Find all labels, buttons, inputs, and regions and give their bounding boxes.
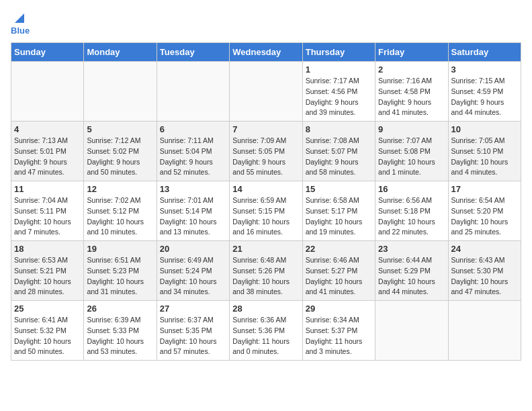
day-detail: Sunrise: 6:49 AMSunset: 5:24 PMDaylight:… <box>160 255 226 298</box>
day-number: 28 <box>232 304 299 314</box>
day-number: 15 <box>306 184 372 194</box>
day-detail: Sunrise: 6:53 AMSunset: 5:21 PMDaylight:… <box>14 255 81 298</box>
day-number: 3 <box>451 64 518 75</box>
day-number: 19 <box>87 244 153 254</box>
day-header-wednesday: Wednesday <box>230 43 302 62</box>
day-number: 7 <box>232 124 299 134</box>
calendar-cell: 25Sunrise: 6:41 AMSunset: 5:32 PMDayligh… <box>11 301 84 361</box>
calendar-cell: 1Sunrise: 7:17 AMSunset: 4:56 PMDaylight… <box>302 62 375 122</box>
day-detail: Sunrise: 6:41 AMSunset: 5:32 PMDaylight:… <box>14 315 81 357</box>
day-detail: Sunrise: 7:01 AMSunset: 5:14 PMDaylight:… <box>160 195 226 238</box>
calendar-cell: 21Sunrise: 6:48 AMSunset: 5:26 PMDayligh… <box>230 241 302 301</box>
calendar-cell <box>84 62 157 122</box>
calendar-cell: 26Sunrise: 6:39 AMSunset: 5:33 PMDayligh… <box>84 301 157 361</box>
calendar-week-4: 18Sunrise: 6:53 AMSunset: 5:21 PMDayligh… <box>11 241 521 301</box>
day-number: 12 <box>87 184 153 194</box>
day-header-friday: Friday <box>375 43 448 62</box>
calendar-week-1: 1Sunrise: 7:17 AMSunset: 4:56 PMDaylight… <box>11 62 521 122</box>
calendar-cell: 19Sunrise: 6:51 AMSunset: 5:23 PMDayligh… <box>84 241 157 301</box>
day-detail: Sunrise: 6:54 AMSunset: 5:20 PMDaylight:… <box>451 195 518 238</box>
day-detail: Sunrise: 6:43 AMSunset: 5:30 PMDaylight:… <box>451 255 518 298</box>
day-number: 13 <box>160 184 226 194</box>
day-detail: Sunrise: 6:46 AMSunset: 5:27 PMDaylight:… <box>306 255 372 298</box>
day-header-saturday: Saturday <box>448 43 521 62</box>
day-number: 26 <box>87 304 153 314</box>
calendar-cell <box>157 62 229 122</box>
day-number: 5 <box>87 124 153 134</box>
day-detail: Sunrise: 7:17 AMSunset: 4:56 PMDaylight:… <box>306 76 372 118</box>
calendar-cell: 18Sunrise: 6:53 AMSunset: 5:21 PMDayligh… <box>11 241 84 301</box>
day-number: 25 <box>14 304 81 314</box>
day-number: 18 <box>14 244 81 254</box>
calendar-cell: 23Sunrise: 6:44 AMSunset: 5:29 PMDayligh… <box>375 241 448 301</box>
day-detail: Sunrise: 6:39 AMSunset: 5:33 PMDaylight:… <box>87 315 153 357</box>
day-detail: Sunrise: 6:37 AMSunset: 5:35 PMDaylight:… <box>160 315 226 357</box>
logo-icon <box>12 11 27 26</box>
calendar-cell: 11Sunrise: 7:04 AMSunset: 5:11 PMDayligh… <box>11 181 84 241</box>
calendar-cell: 29Sunrise: 6:34 AMSunset: 5:37 PMDayligh… <box>302 301 375 361</box>
day-detail: Sunrise: 7:07 AMSunset: 5:08 PMDaylight:… <box>378 136 445 178</box>
day-number: 10 <box>451 124 518 134</box>
calendar-cell: 8Sunrise: 7:08 AMSunset: 5:07 PMDaylight… <box>302 122 375 181</box>
calendar-cell: 15Sunrise: 6:58 AMSunset: 5:17 PMDayligh… <box>302 181 375 241</box>
day-detail: Sunrise: 6:34 AMSunset: 5:37 PMDaylight:… <box>306 315 372 357</box>
calendar-week-5: 25Sunrise: 6:41 AMSunset: 5:32 PMDayligh… <box>11 301 521 361</box>
calendar-cell: 9Sunrise: 7:07 AMSunset: 5:08 PMDaylight… <box>375 122 448 181</box>
calendar-cell: 24Sunrise: 6:43 AMSunset: 5:30 PMDayligh… <box>448 241 521 301</box>
calendar-cell: 12Sunrise: 7:02 AMSunset: 5:12 PMDayligh… <box>84 181 157 241</box>
calendar-cell: 5Sunrise: 7:12 AMSunset: 5:02 PMDaylight… <box>84 122 157 181</box>
day-number: 4 <box>14 124 81 134</box>
day-number: 16 <box>378 184 445 194</box>
calendar-cell <box>230 62 302 122</box>
day-number: 11 <box>14 184 81 194</box>
calendar-cell: 28Sunrise: 6:36 AMSunset: 5:36 PMDayligh… <box>230 301 302 361</box>
calendar-cell: 27Sunrise: 6:37 AMSunset: 5:35 PMDayligh… <box>157 301 229 361</box>
day-detail: Sunrise: 7:08 AMSunset: 5:07 PMDaylight:… <box>306 136 372 178</box>
day-detail: Sunrise: 7:15 AMSunset: 4:59 PMDaylight:… <box>451 76 518 118</box>
calendar-cell: 13Sunrise: 7:01 AMSunset: 5:14 PMDayligh… <box>157 181 229 241</box>
calendar-cell: 6Sunrise: 7:11 AMSunset: 5:04 PMDaylight… <box>157 122 229 181</box>
calendar-cell: 20Sunrise: 6:49 AMSunset: 5:24 PMDayligh… <box>157 241 229 301</box>
calendar-cell <box>375 301 448 361</box>
calendar-header-row: SundayMondayTuesdayWednesdayThursdayFrid… <box>11 43 521 62</box>
day-number: 8 <box>306 124 372 134</box>
day-number: 21 <box>232 244 299 254</box>
day-detail: Sunrise: 7:12 AMSunset: 5:02 PMDaylight:… <box>87 136 153 178</box>
calendar-cell <box>448 301 521 361</box>
calendar-cell: 3Sunrise: 7:15 AMSunset: 4:59 PMDaylight… <box>448 62 521 122</box>
day-detail: Sunrise: 7:09 AMSunset: 5:05 PMDaylight:… <box>232 136 299 178</box>
day-number: 17 <box>451 184 518 194</box>
day-header-thursday: Thursday <box>302 43 375 62</box>
calendar-cell: 10Sunrise: 7:05 AMSunset: 5:10 PMDayligh… <box>448 122 521 181</box>
calendar-cell: 17Sunrise: 6:54 AMSunset: 5:20 PMDayligh… <box>448 181 521 241</box>
calendar-cell <box>11 62 84 122</box>
day-number: 23 <box>378 244 445 254</box>
calendar-cell: 14Sunrise: 6:59 AMSunset: 5:15 PMDayligh… <box>230 181 302 241</box>
day-number: 24 <box>451 244 518 254</box>
calendar-cell: 4Sunrise: 7:13 AMSunset: 5:01 PMDaylight… <box>11 122 84 181</box>
day-detail: Sunrise: 6:48 AMSunset: 5:26 PMDaylight:… <box>232 255 299 298</box>
day-header-sunday: Sunday <box>11 43 84 62</box>
logo-tagline: Blue <box>11 26 30 36</box>
day-header-monday: Monday <box>84 43 157 62</box>
day-number: 29 <box>306 304 372 314</box>
day-number: 9 <box>378 124 445 134</box>
calendar-cell: 22Sunrise: 6:46 AMSunset: 5:27 PMDayligh… <box>302 241 375 301</box>
calendar-week-2: 4Sunrise: 7:13 AMSunset: 5:01 PMDaylight… <box>11 122 521 181</box>
day-detail: Sunrise: 7:11 AMSunset: 5:04 PMDaylight:… <box>160 136 226 178</box>
day-detail: Sunrise: 7:04 AMSunset: 5:11 PMDaylight:… <box>14 195 81 238</box>
day-number: 20 <box>160 244 226 254</box>
day-header-tuesday: Tuesday <box>157 43 229 62</box>
day-detail: Sunrise: 6:56 AMSunset: 5:18 PMDaylight:… <box>378 195 445 238</box>
calendar-week-3: 11Sunrise: 7:04 AMSunset: 5:11 PMDayligh… <box>11 181 521 241</box>
logo: Blue <box>11 11 30 36</box>
day-number: 22 <box>306 244 372 254</box>
day-detail: Sunrise: 6:59 AMSunset: 5:15 PMDaylight:… <box>232 195 299 238</box>
day-number: 6 <box>160 124 226 134</box>
day-detail: Sunrise: 7:05 AMSunset: 5:10 PMDaylight:… <box>451 136 518 178</box>
day-detail: Sunrise: 7:02 AMSunset: 5:12 PMDaylight:… <box>87 195 153 238</box>
day-detail: Sunrise: 7:16 AMSunset: 4:58 PMDaylight:… <box>378 76 445 118</box>
calendar-cell: 2Sunrise: 7:16 AMSunset: 4:58 PMDaylight… <box>375 62 448 122</box>
svg-marker-0 <box>15 13 24 23</box>
day-number: 14 <box>232 184 299 194</box>
